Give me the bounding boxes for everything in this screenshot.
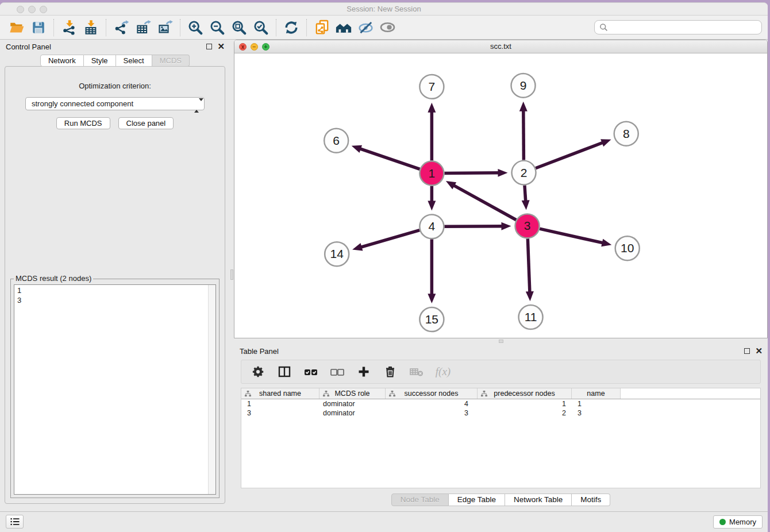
criterion-dropdown[interactable]: strongly connected component — [25, 97, 205, 110]
table-cell[interactable]: 1 — [241, 399, 319, 408]
memory-button-label: Memory — [729, 518, 756, 526]
column-header-label: MCDS role — [334, 390, 369, 398]
mcds-result-group: MCDS result (2 nodes) 1 3 — [10, 279, 220, 498]
divider-handle[interactable] — [230, 269, 233, 280]
tab-motifs[interactable]: Motifs — [572, 494, 610, 506]
deselect-all-button[interactable] — [330, 364, 345, 379]
tab-mcds[interactable]: MCDS — [152, 55, 190, 67]
column-header-name[interactable]: name — [572, 388, 621, 399]
zoom-out-button[interactable] — [206, 18, 228, 37]
network-canvas[interactable]: 7968124314101511 — [234, 53, 767, 338]
zoom-selected-icon — [253, 20, 269, 36]
save-session-icon — [31, 20, 46, 35]
column-header-predecessor-nodes[interactable]: predecessor nodes — [478, 388, 572, 399]
table-cell[interactable]: 3 — [572, 408, 621, 418]
column-header-successor-nodes[interactable]: successor nodes — [386, 388, 478, 399]
edge-arrowhead — [498, 169, 507, 177]
export-table-button[interactable] — [132, 18, 154, 37]
panel-divider[interactable] — [230, 40, 234, 511]
home-button[interactable] — [333, 18, 355, 37]
node-table[interactable]: shared nameMCDS rolesuccessor nodesprede… — [241, 388, 761, 488]
save-session-button[interactable] — [28, 18, 49, 37]
export-image-icon — [157, 20, 173, 35]
column-header-shared-name[interactable]: shared name — [241, 388, 319, 399]
open-session-button[interactable] — [6, 18, 28, 37]
edge-2-8[interactable] — [536, 142, 603, 168]
divider-handle[interactable] — [499, 340, 503, 343]
float-panel-icon[interactable] — [744, 348, 750, 354]
minimize-window-button[interactable] — [28, 6, 36, 13]
function-builder-button[interactable]: f(x) — [436, 364, 451, 379]
delete-column-button[interactable] — [383, 364, 398, 379]
import-table-button[interactable] — [80, 18, 102, 37]
add-column-button[interactable] — [356, 364, 371, 379]
table-cell[interactable]: 1 — [572, 399, 621, 408]
delete-table-button[interactable] — [409, 364, 424, 379]
network-close-button[interactable]: x — [239, 43, 247, 51]
result-scrollbar[interactable] — [208, 285, 215, 494]
table-cell[interactable]: 4 — [386, 399, 478, 408]
refresh-button[interactable] — [280, 18, 302, 37]
network-minimize-button[interactable]: − — [251, 43, 258, 51]
table-cell[interactable]: dominator — [319, 408, 386, 418]
control-panel-tabs: Network Style Select MCDS — [0, 55, 230, 67]
zoom-fit-button[interactable] — [228, 18, 250, 37]
show-panel-button[interactable] — [376, 18, 398, 37]
close-window-button[interactable] — [17, 6, 24, 13]
export-table-icon — [136, 20, 151, 35]
column-header-label: predecessor nodes — [494, 390, 555, 398]
table-cell[interactable]: 3 — [241, 408, 319, 418]
table-cell[interactable]: dominator — [319, 399, 386, 408]
close-panel-button[interactable]: Close panel — [118, 117, 174, 129]
settings-gear-icon — [252, 365, 264, 378]
edge-2-3[interactable] — [525, 185, 526, 201]
flatten-tree-icon — [245, 391, 251, 397]
tab-node-table[interactable]: Node Table — [391, 494, 449, 506]
import-network-button[interactable] — [58, 18, 80, 37]
edge-1-2[interactable] — [444, 173, 499, 174]
zoom-in-button[interactable] — [184, 18, 206, 37]
mcds-result-box[interactable]: 1 3 — [14, 284, 216, 495]
table-cell[interactable]: 1 — [478, 399, 572, 408]
column-header-MCDS-role[interactable]: MCDS role — [319, 388, 386, 399]
graph-node-label: 15 — [425, 313, 438, 326]
column-header-label: name — [587, 390, 605, 398]
zoom-selected-button[interactable] — [250, 18, 272, 37]
edge-3-1[interactable] — [453, 185, 516, 219]
edge-3-11[interactable] — [528, 238, 530, 292]
table-row[interactable]: 3dominator323 — [241, 408, 760, 418]
edge-1-6[interactable] — [360, 149, 420, 169]
tab-network-table[interactable]: Network Table — [505, 494, 572, 506]
memory-button[interactable]: Memory — [713, 515, 763, 529]
search-input[interactable] — [594, 20, 762, 34]
horizontal-divider[interactable] — [234, 338, 768, 344]
show-panels-list-button[interactable] — [6, 515, 24, 529]
split-view-button[interactable] — [277, 364, 292, 379]
float-panel-icon[interactable] — [206, 44, 212, 49]
tab-select[interactable]: Select — [116, 55, 152, 67]
edge-arrowhead — [428, 201, 436, 210]
table-cell[interactable]: 3 — [386, 408, 478, 418]
run-mcds-button[interactable]: Run MCDS — [56, 117, 110, 129]
clone-network-button[interactable] — [311, 18, 333, 37]
network-window-titlebar: x − + scc.txt — [234, 40, 767, 53]
close-panel-icon[interactable]: ✕ — [217, 44, 225, 49]
close-panel-icon[interactable]: ✕ — [755, 348, 763, 354]
export-network-button[interactable] — [110, 18, 132, 37]
edge-4-14[interactable] — [361, 230, 420, 248]
hide-panel-button[interactable] — [355, 18, 376, 37]
export-image-button[interactable] — [154, 18, 176, 37]
table-row[interactable]: 1dominator411 — [241, 399, 760, 408]
zoom-window-button[interactable] — [40, 6, 47, 13]
table-cell[interactable]: 2 — [478, 408, 572, 418]
edge-3-10[interactable] — [540, 229, 603, 243]
edge-4-3[interactable] — [444, 226, 502, 227]
table-settings-button[interactable] — [251, 364, 265, 379]
edge-arrowhead — [601, 239, 611, 247]
edge-2-9[interactable] — [523, 110, 524, 160]
select-all-button[interactable] — [303, 364, 318, 379]
tab-style[interactable]: Style — [84, 55, 116, 67]
tab-edge-table[interactable]: Edge Table — [449, 494, 505, 506]
network-maximize-button[interactable]: + — [262, 43, 270, 51]
tab-network[interactable]: Network — [40, 55, 84, 67]
